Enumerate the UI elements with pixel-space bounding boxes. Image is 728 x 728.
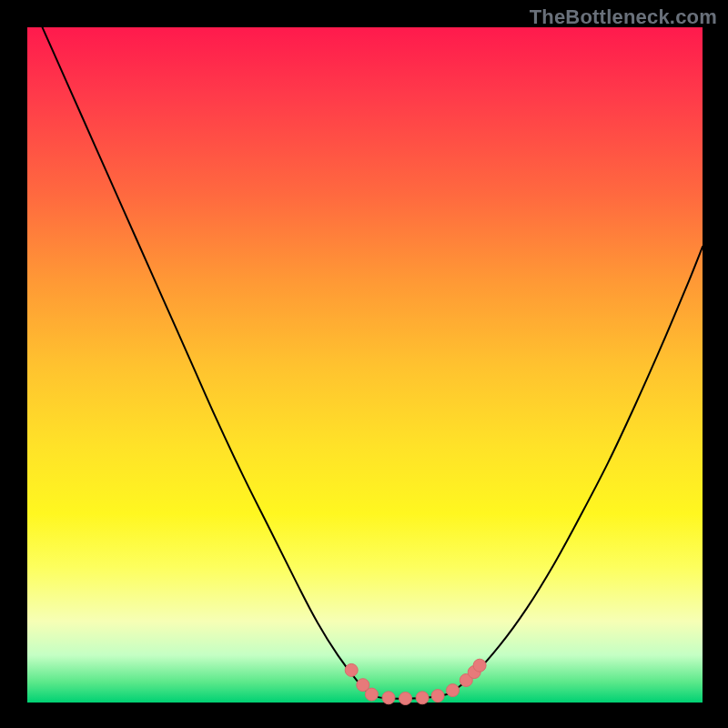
curve-marker	[447, 684, 460, 697]
curve-marker	[416, 692, 429, 704]
curve-marker	[473, 659, 486, 672]
curve-marker	[431, 690, 444, 703]
curve-marker	[365, 688, 378, 701]
curve-marker	[382, 692, 395, 704]
outer-frame: TheBottleneck.com	[0, 0, 728, 728]
curve-left-branch	[27, 0, 369, 693]
curve-right-branch	[450, 247, 703, 693]
chart-svg	[27, 27, 703, 703]
curve-marker	[345, 663, 358, 676]
gradient-plot-area	[27, 27, 703, 703]
curve-marker	[399, 693, 412, 705]
curve-markers	[345, 659, 486, 704]
watermark-text: TheBottleneck.com	[530, 5, 717, 29]
